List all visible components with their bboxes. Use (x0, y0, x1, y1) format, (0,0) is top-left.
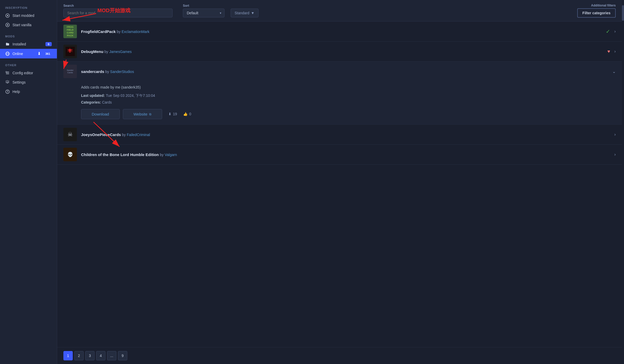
installed-badge: 6 (45, 42, 52, 46)
globe-icon (5, 51, 10, 56)
mod-author-children: Valgarn (165, 153, 177, 157)
page-btn-ellipsis[interactable]: ... (107, 351, 116, 360)
mod-list: FROGFIELDCARDPACK FrogfieldCardPack by E… (57, 22, 622, 347)
search-input[interactable] (63, 9, 172, 17)
filter-categories-button[interactable]: Filter categories (577, 8, 616, 18)
mod-row-right-sanders: ⌄ (612, 69, 616, 74)
mod-name-section: FrogfieldCardPack by ExclamationMark (81, 29, 149, 34)
sidebar-other-section: OTHER (0, 62, 57, 68)
heart-icon: ♥ (607, 49, 610, 54)
mod-thumb-frogfield: FROGFIELDCARDPACK (63, 25, 77, 38)
scrollbar[interactable] (622, 0, 624, 364)
sanders-desc: Adds cards made by me (sanderk35) (81, 84, 616, 91)
page-btn-1[interactable]: 1 (63, 351, 73, 360)
mod-name-children: Children of the Bone Lord Humble Edition (81, 152, 159, 157)
svg-text:🕷: 🕷 (68, 48, 73, 53)
mod-row-right-children: › (614, 152, 616, 157)
last-updated-value: Tue Sep 03 2024, 下午7:10:04 (106, 93, 155, 98)
mod-detail-sanders: Adds cards made by me (sanderk35) Last u… (63, 82, 616, 121)
page-btn-9[interactable]: 9 (118, 351, 127, 360)
mod-row-right-joey: › (614, 132, 616, 137)
mod-name-joey: JoeysOnePieceCards (81, 132, 121, 137)
mod-row-sandercards[interactable]: SanderCards sandercards by SanderStudios… (57, 62, 622, 125)
like-count-value: 0 (189, 111, 191, 117)
svg-marker-1 (7, 15, 9, 16)
mod-author-joey: FailedCriminal (127, 133, 150, 137)
play-icon (5, 13, 10, 18)
download-count: ⬇ 19 (168, 111, 177, 117)
mod-row-joey[interactable]: ☠ JoeysOnePieceCards by FailedCriminal › (57, 125, 622, 145)
search-section: Search (63, 4, 172, 17)
mod-name-section-sanders: sandercards by SanderStudios (81, 69, 134, 74)
last-updated-label: Last updated: (81, 93, 105, 98)
mod-name: FrogfieldCardPack (81, 29, 116, 34)
chevron-right-debug-icon: › (614, 49, 616, 54)
like-count: 👍 0 (183, 111, 191, 117)
chevron-right-joey-icon: › (614, 132, 616, 137)
online-badge: 361 (44, 52, 52, 56)
sidebar-item-help[interactable]: ? Help (0, 87, 57, 96)
sort-select-wrap: Default (183, 9, 224, 17)
mod-author-sanders: SanderStudios (110, 70, 134, 74)
page-btn-3[interactable]: 3 (85, 351, 95, 360)
search-label: Search (63, 4, 172, 8)
mod-thumb-joey: ☠ (63, 128, 77, 141)
sandercards-header: SanderCards sandercards by SanderStudios… (63, 65, 616, 78)
main-content: Search Sort Default . Standard ▼ Additio… (57, 0, 622, 364)
mod-row-right: ✓ › (606, 28, 616, 35)
sidebar-item-start-vanilla[interactable]: Start vanilla (0, 20, 57, 30)
mod-by-children: by (160, 153, 165, 157)
svg-rect-9 (6, 74, 9, 74)
mod-name-sanders: sandercards (81, 69, 104, 74)
page-btn-2[interactable]: 2 (74, 351, 84, 360)
mod-row-frogfield[interactable]: FROGFIELDCARDPACK FrogfieldCardPack by E… (57, 22, 622, 42)
svg-text:?: ? (7, 90, 8, 93)
standard-section: . Standard ▼ (231, 4, 258, 17)
sort-select[interactable]: Default (183, 9, 224, 17)
mod-thumb-children: 💀 (63, 148, 77, 161)
sidebar-item-installed[interactable]: Installed 6 (0, 39, 57, 49)
mod-name-section-children: Children of the Bone Lord Humble Edition… (81, 152, 177, 157)
config-label: Config editor (12, 71, 52, 75)
header-bar: Search Sort Default . Standard ▼ Additio… (57, 0, 622, 22)
download-button[interactable]: Download (81, 109, 120, 119)
sidebar-item-online[interactable]: Online ⬇ 361 (0, 49, 57, 58)
frogfield-thumb-text: FROGFIELDCARDPACK (67, 26, 74, 37)
mod-by-debug: by (104, 50, 109, 54)
thumbsup-icon: 👍 (183, 111, 188, 117)
joey-thumb-icon: ☠ (68, 131, 73, 138)
download-stat-icon: ⬇ (168, 111, 171, 117)
installed-label: Installed (12, 42, 43, 46)
mod-by: by (117, 30, 122, 34)
download-icon-badge: ⬇ (37, 51, 41, 56)
scrollbar-thumb[interactable] (622, 5, 624, 21)
chevron-down-icon: ▼ (251, 11, 255, 15)
folder-icon (5, 42, 10, 46)
settings-label: Settings (12, 80, 52, 84)
help-label: Help (12, 90, 52, 94)
website-button[interactable]: Website ⧉ (123, 109, 162, 119)
sort-label: Sort (183, 4, 224, 8)
mod-row-debugmenu[interactable]: 🕷 DebugMenu by JamesGames ♥ › (57, 42, 622, 62)
page-btn-4[interactable]: 4 (96, 351, 105, 360)
sanders-thumb-text: SanderCards (67, 69, 74, 74)
sidebar-mods-section: MODS (0, 33, 57, 39)
gear-icon (5, 80, 10, 85)
sanders-meta-categories: Categories: Cards (81, 99, 616, 106)
mod-by-sanders: by (105, 70, 110, 74)
categories-value: Cards (102, 100, 112, 104)
sidebar-item-start-modded[interactable]: Start modded (0, 11, 57, 20)
sidebar-item-settings[interactable]: Settings (0, 78, 57, 87)
svg-rect-10 (6, 71, 7, 72)
children-thumb-icon: 💀 (67, 152, 73, 157)
pagination: 1 2 3 4 ... 9 (57, 347, 622, 364)
chevron-down-sanders-icon: ⌄ (612, 69, 616, 74)
mod-row-children[interactable]: 💀 Children of the Bone Lord Humble Editi… (57, 145, 622, 165)
standard-button[interactable]: Standard ▼ (231, 9, 258, 17)
mod-row-right-debug: ♥ › (607, 49, 616, 54)
sidebar-item-config[interactable]: Config editor (0, 68, 57, 78)
chevron-right-children-icon: › (614, 152, 616, 157)
website-label: Website (134, 112, 148, 116)
mod-name-section-debug: DebugMenu by JamesGames (81, 49, 132, 54)
play-vanilla-icon (5, 23, 10, 27)
